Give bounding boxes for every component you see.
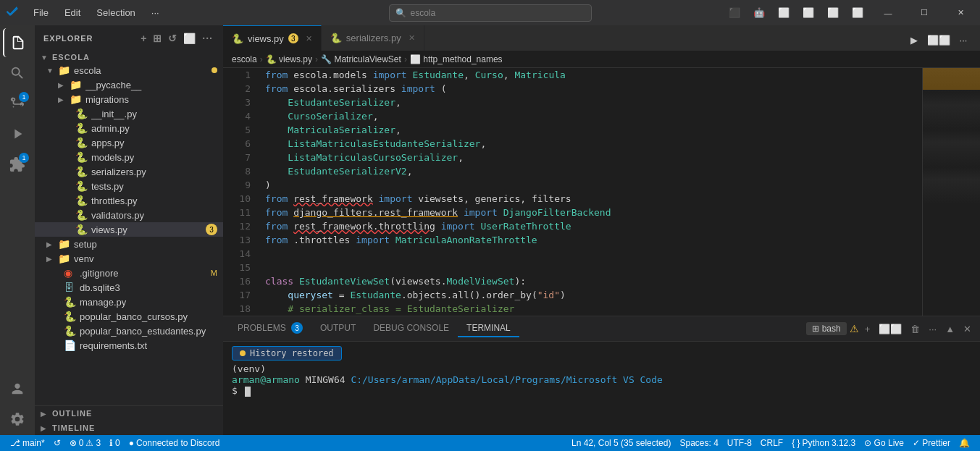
add-terminal-btn[interactable]: +: [862, 322, 874, 336]
tree-item-migrations[interactable]: ▶ 📁 migrations: [35, 92, 223, 106]
status-golive[interactable]: ⊙ Go Live: [860, 438, 908, 448]
menu-file[interactable]: File: [26, 4, 56, 21]
tree-item-serializers[interactable]: ▶ 🐍 serializers.py: [35, 164, 223, 179]
menu-selection[interactable]: Selection: [89, 4, 142, 21]
admin-label: admin.py: [91, 123, 223, 134]
more-icon[interactable]: ···: [201, 31, 214, 46]
new-file-icon[interactable]: +: [139, 31, 148, 46]
activity-settings[interactable]: [3, 405, 32, 434]
breadcrumb-viewspy[interactable]: 🐍 views.py: [266, 54, 312, 64]
timeline-toggle[interactable]: ▶ TIMELINE: [35, 421, 223, 435]
tree-item-pycache[interactable]: ▶ 📁 __pycache__: [35, 77, 223, 92]
throttles-label: throttles.py: [91, 195, 223, 206]
split-editor-btn[interactable]: ⬜⬜: [928, 29, 950, 51]
breadcrumb-viewset[interactable]: 🔧 MatriculaViewSet: [321, 54, 401, 64]
tree-item-tests[interactable]: ▶ 🐍 tests.py: [35, 179, 223, 193]
status-sync[interactable]: ↺: [49, 438, 65, 448]
tree-item-db[interactable]: ▶ 🗄 db.sqlite3: [35, 280, 223, 295]
status-encoding[interactable]: UTF-8: [723, 438, 756, 448]
breadcrumb-sep2: ›: [315, 54, 318, 64]
run-btn[interactable]: ▶: [903, 29, 925, 51]
tree-item-gitignore[interactable]: ▶ ◉ .gitignore M: [35, 266, 223, 280]
panel-tab-terminal[interactable]: TERMINAL: [458, 320, 519, 337]
panel-close-btn[interactable]: ✕: [960, 322, 974, 336]
tree-item-venv[interactable]: ▶ 📁 venv: [35, 251, 223, 266]
status-bell[interactable]: 🔔: [955, 438, 974, 448]
activity-extensions[interactable]: 1: [3, 150, 32, 179]
panel-maximize-btn[interactable]: ▲: [942, 322, 958, 336]
menu-edit[interactable]: Edit: [57, 4, 88, 21]
status-branch[interactable]: ⎇ main*: [6, 438, 49, 448]
layout-btn1[interactable]: ⬜: [773, 2, 795, 24]
status-info[interactable]: ℹ 0: [105, 438, 125, 448]
breadcrumb-escola[interactable]: escola: [232, 54, 257, 64]
refresh-icon[interactable]: ↺: [167, 31, 179, 46]
branch-icon: ⎇: [10, 438, 20, 448]
tree-item-setup[interactable]: ▶ 📁 setup: [35, 237, 223, 251]
tree-item-models[interactable]: ▶ 🐍 models.py: [35, 150, 223, 164]
collapse-icon[interactable]: ⬜: [182, 31, 198, 46]
panel-tab-debug[interactable]: DEBUG CONSOLE: [364, 320, 458, 337]
activity-files[interactable]: [3, 28, 32, 57]
split-terminal-btn[interactable]: ⬜⬜: [876, 322, 905, 336]
tree-item-popular-estudantes[interactable]: ▶ 🐍 popular_banco_estudantes.py: [35, 324, 223, 338]
tab-views-close[interactable]: ✕: [306, 34, 312, 43]
serializers-label: serializers.py: [91, 167, 223, 177]
tree-item-escola[interactable]: ▼ 📁 escola: [35, 63, 223, 77]
close-btn[interactable]: ✕: [944, 0, 977, 25]
maximize-btn[interactable]: ☐: [908, 0, 941, 25]
status-language[interactable]: { } Python 3.12.3: [787, 438, 860, 448]
activity-source-control[interactable]: 1: [3, 89, 32, 118]
status-prettier[interactable]: ✓ Prettier: [908, 438, 955, 448]
tree-item-init[interactable]: ▶ 🐍 __init__.py: [35, 106, 223, 121]
layout-btn3[interactable]: ⬜: [822, 2, 844, 24]
tab-views[interactable]: 🐍 views.py 3 ✕: [223, 25, 322, 51]
tree-item-admin[interactable]: ▶ 🐍 admin.py: [35, 121, 223, 135]
activity-run[interactable]: [3, 119, 32, 148]
status-selection[interactable]: Ln 42, Col 5 (35 selected): [567, 438, 675, 448]
menu-more[interactable]: ···: [144, 4, 167, 21]
outline-section: ▶ OUTLINE ▶ TIMELINE: [35, 405, 223, 435]
panel-tab-output[interactable]: OUTPUT: [311, 320, 364, 337]
outline-toggle[interactable]: ▶ OUTLINE: [35, 406, 223, 421]
tree-item-popular-cursos[interactable]: ▶ 🐍 popular_banco_cursos.py: [35, 309, 223, 324]
validators-icon: 🐍: [75, 209, 88, 221]
code-line-5: MatriculaSerializer,: [265, 123, 922, 137]
minimize-btn[interactable]: —: [871, 0, 905, 25]
warning-icon: ⚠: [85, 438, 93, 448]
panel-tab-problems[interactable]: PROBLEMS 3: [229, 319, 311, 338]
ai-btn[interactable]: 🤖: [748, 2, 770, 24]
terminal-content[interactable]: History restored (venv) arman@armano MIN…: [223, 342, 980, 435]
status-line-ending[interactable]: CRLF: [756, 438, 787, 448]
status-discord[interactable]: ● Connected to Discord: [125, 438, 225, 448]
tree-item-apps[interactable]: ▶ 🐍 apps.py: [35, 135, 223, 150]
popular-cursos-label: popular_banco_cursos.py: [80, 311, 223, 322]
code-line-3: EstudanteSerializer,: [265, 96, 922, 109]
breadcrumb-method[interactable]: ⬜ http_method_names: [410, 54, 503, 64]
tree-item-requirements[interactable]: ▶ 📄 requirements.txt: [35, 338, 223, 353]
tree-item-manage[interactable]: ▶ 🐍 manage.py: [35, 295, 223, 309]
code-content[interactable]: from escola.models import Estudante, Cur…: [259, 68, 922, 316]
tab-serializers-close[interactable]: ✕: [409, 33, 415, 43]
tree-root[interactable]: ▼ ESCOLA: [35, 51, 223, 63]
code-line-18: # serializer_class = EstudanteSerializer: [265, 302, 922, 316]
tab-serializers[interactable]: 🐍 serializers.py ✕: [322, 25, 424, 51]
tree-item-views[interactable]: ▶ 🐍 views.py 3: [35, 222, 223, 237]
layout-btn2[interactable]: ⬜: [797, 2, 819, 24]
editor-code[interactable]: 12345 678910 1112131415 1617181920 from …: [223, 68, 922, 316]
new-folder-icon[interactable]: ⊞: [151, 31, 164, 46]
more-actions-btn[interactable]: ···: [952, 29, 974, 51]
tests-icon: 🐍: [75, 180, 88, 192]
tree-item-validators[interactable]: ▶ 🐍 validators.py: [35, 208, 223, 222]
status-spaces[interactable]: Spaces: 4: [675, 438, 722, 448]
activity-search[interactable]: [3, 59, 32, 88]
history-text: History restored: [250, 348, 334, 358]
tree-item-throttles[interactable]: ▶ 🐍 throttles.py: [35, 193, 223, 208]
activity-accounts[interactable]: [3, 374, 32, 403]
delete-terminal-btn[interactable]: 🗑: [908, 322, 923, 336]
search-bar[interactable]: 🔍 escola: [389, 4, 592, 22]
layout-btn4[interactable]: ⬜: [847, 2, 868, 24]
status-errors[interactable]: ⊗ 0 ⚠ 3: [65, 438, 105, 448]
remote-btn[interactable]: ⬛: [724, 2, 745, 24]
panel-more-btn[interactable]: ···: [926, 322, 939, 336]
